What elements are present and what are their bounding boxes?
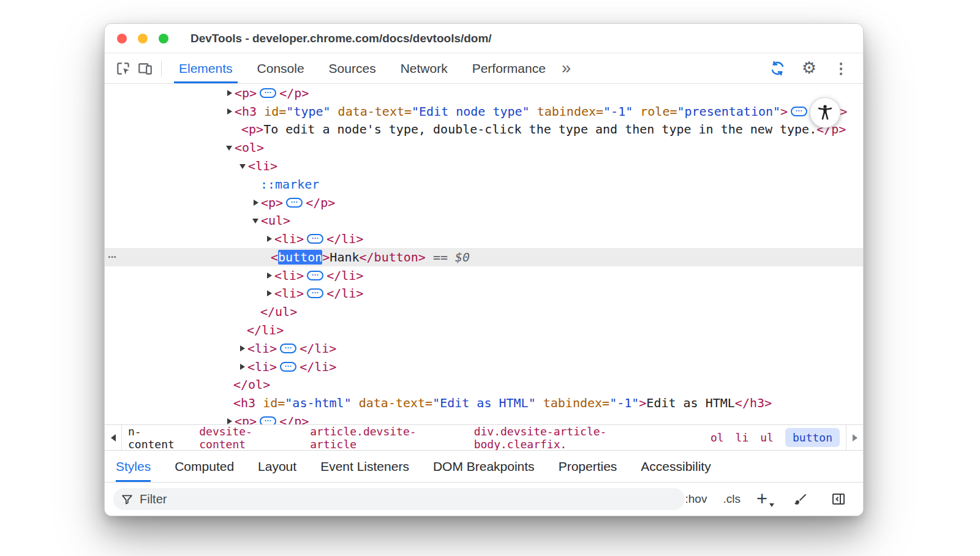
breadcrumb-item[interactable]: li — [736, 431, 749, 444]
tag-token: <p> — [241, 122, 263, 137]
expand-inline-icon[interactable] — [280, 344, 296, 353]
expand-inline-icon[interactable] — [307, 234, 323, 244]
breadcrumb-item[interactable]: div.devsite-article-body.clearfix. — [474, 425, 699, 450]
device-toolbar-icon[interactable] — [134, 58, 156, 80]
expand-inline-icon[interactable] — [260, 416, 276, 424]
text-token: Edit as HTML — [646, 396, 735, 410]
cls-toggle[interactable]: .cls — [723, 492, 741, 506]
close-button[interactable] — [117, 34, 127, 43]
expand-inline-icon[interactable] — [286, 198, 303, 208]
tab-console[interactable]: Console — [252, 53, 309, 83]
expand-arrow-icon[interactable] — [252, 200, 261, 206]
dom-tree-row[interactable]: <ul> — [105, 211, 863, 230]
breadcrumb-item[interactable]: devsite-content — [199, 425, 298, 450]
kebab-menu-icon[interactable]: ⋮ — [830, 58, 852, 80]
attribute-token: data-text="Edit as HTML" — [352, 396, 536, 410]
breadcrumb-item[interactable]: ul — [760, 431, 774, 444]
collapse-arrow-icon[interactable] — [239, 163, 248, 169]
more-tabs-icon[interactable]: » — [562, 59, 571, 78]
dom-tree-row[interactable]: <li></li> — [105, 230, 863, 248]
window-title: DevTools - developer.chrome.com/docs/dev… — [190, 32, 492, 45]
pseudo-element-token: ::marker — [260, 177, 319, 192]
attribute-value: "-1" — [609, 396, 639, 410]
tab-network[interactable]: Network — [396, 53, 453, 83]
expand-arrow-icon[interactable] — [226, 108, 235, 115]
expand-arrow-icon[interactable] — [226, 418, 235, 424]
expand-inline-icon[interactable] — [280, 362, 296, 372]
dom-tree-row[interactable]: <ol> — [105, 138, 863, 157]
attribute-token: role="presentation" — [633, 104, 780, 119]
expand-arrow-icon[interactable] — [239, 364, 247, 370]
collapse-arrow-icon[interactable] — [252, 217, 261, 224]
tag-token: > — [780, 104, 788, 119]
expand-inline-icon[interactable] — [260, 88, 276, 98]
breadcrumb-item[interactable]: button — [785, 428, 840, 447]
expand-arrow-icon[interactable] — [239, 345, 247, 351]
styles-tabs: StylesComputedLayoutEvent ListenersDOM B… — [105, 450, 863, 482]
tab-dom-breakpoints[interactable]: DOM Breakpoints — [433, 451, 535, 482]
expand-inline-icon[interactable] — [791, 107, 807, 116]
tab-sources[interactable]: Sources — [324, 53, 381, 83]
expand-inline-icon[interactable] — [307, 271, 323, 280]
dom-tree-row[interactable]: <h3 id="as-html" data-text="Edit as HTML… — [105, 394, 863, 412]
dom-tree-row[interactable]: </li> — [105, 321, 863, 339]
title-bar: DevTools - developer.chrome.com/docs/dev… — [105, 24, 863, 53]
dom-tree-row[interactable]: <li></li> — [105, 339, 863, 358]
breadcrumb-item[interactable]: article.devsite-article — [310, 425, 462, 450]
breadcrumb-item[interactable]: n-content — [128, 425, 187, 450]
dom-tree-row[interactable]: <button>Hank</button> == $0 — [105, 248, 863, 266]
attribute-name: id= — [255, 396, 285, 410]
dom-tree-row[interactable]: <li></li> — [105, 285, 863, 303]
tab-properties[interactable]: Properties — [559, 451, 617, 482]
tab-event-listeners[interactable]: Event Listeners — [320, 451, 409, 482]
dom-tree-row[interactable]: <p>To edit a node's type, double-click t… — [105, 121, 863, 139]
attribute-value: "-1" — [603, 104, 633, 119]
filter-input[interactable] — [140, 492, 677, 506]
tag-token: </li> — [326, 286, 363, 301]
attribute-name: tabindex= — [536, 396, 609, 410]
expand-inline-icon[interactable] — [307, 288, 323, 298]
settings-gear-icon[interactable]: ⚙ — [798, 58, 820, 80]
expand-arrow-icon[interactable] — [266, 290, 274, 296]
row-overflow-menu-icon[interactable] — [108, 251, 116, 263]
tag-token: </ol> — [233, 377, 270, 392]
tab-layout[interactable]: Layout — [258, 451, 296, 482]
expand-arrow-icon[interactable] — [266, 236, 274, 242]
dom-tree-row[interactable]: <li></li> — [105, 266, 863, 285]
breadcrumb-scroll-right[interactable] — [846, 425, 863, 450]
collapse-arrow-icon[interactable] — [226, 145, 235, 151]
dom-tree-row[interactable]: </ol> — [105, 376, 863, 394]
new-style-rule-button[interactable]: + — [756, 492, 774, 507]
breadcrumb-item[interactable]: ol — [710, 431, 724, 444]
tag-token: <li> — [274, 286, 304, 301]
paint-brush-icon[interactable] — [790, 488, 812, 510]
minimize-button[interactable] — [138, 34, 148, 43]
maximize-button[interactable] — [159, 34, 168, 43]
dom-tree-row[interactable]: <p></p> — [105, 84, 863, 102]
attribute-name: id= — [257, 104, 286, 119]
sync-icon[interactable] — [766, 58, 788, 80]
tab-styles[interactable]: Styles — [116, 451, 151, 482]
plus-icon: + — [756, 488, 767, 509]
dom-tree-row[interactable]: <p></p> — [105, 193, 863, 212]
filter-field[interactable] — [113, 488, 685, 510]
dom-tree-row[interactable]: <h3 id="type" data-text="Edit node type"… — [105, 102, 863, 121]
tab-computed[interactable]: Computed — [175, 451, 234, 482]
inspect-icon[interactable] — [112, 58, 134, 80]
attribute-value: "Edit node type" — [412, 104, 530, 119]
tab-elements[interactable]: Elements — [174, 53, 238, 83]
hov-toggle[interactable]: :hov — [685, 492, 707, 506]
dom-tree-row[interactable]: ::marker — [105, 175, 863, 193]
expand-arrow-icon[interactable] — [226, 90, 235, 96]
tab-performance[interactable]: Performance — [467, 53, 551, 83]
dom-tree-row[interactable]: </ul> — [105, 302, 863, 321]
expand-arrow-icon[interactable] — [266, 272, 274, 279]
attribute-token: id="as-html" — [255, 396, 352, 410]
tab-accessibility[interactable]: Accessibility — [641, 451, 710, 482]
dom-tree-row[interactable]: <p></p> — [105, 412, 863, 424]
dom-tree-row[interactable]: <li></li> — [105, 358, 863, 376]
toggle-sidebar-icon[interactable] — [827, 488, 850, 510]
dom-tree-row[interactable]: <li> — [105, 157, 863, 175]
tag-token: </p> — [279, 86, 309, 100]
breadcrumb-scroll-left[interactable] — [105, 425, 122, 450]
